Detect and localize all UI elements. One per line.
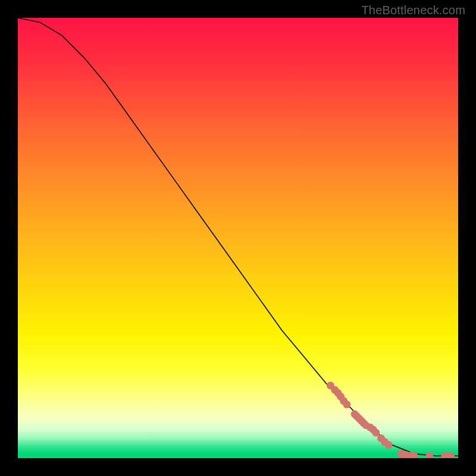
data-marker bbox=[343, 400, 350, 408]
data-marker bbox=[385, 441, 393, 449]
chart-container: TheBottleneck.com bbox=[0, 0, 476, 476]
chart-background bbox=[18, 18, 458, 458]
chart-svg bbox=[18, 18, 458, 458]
attribution-text: TheBottleneck.com bbox=[361, 4, 465, 17]
data-marker bbox=[372, 429, 380, 437]
